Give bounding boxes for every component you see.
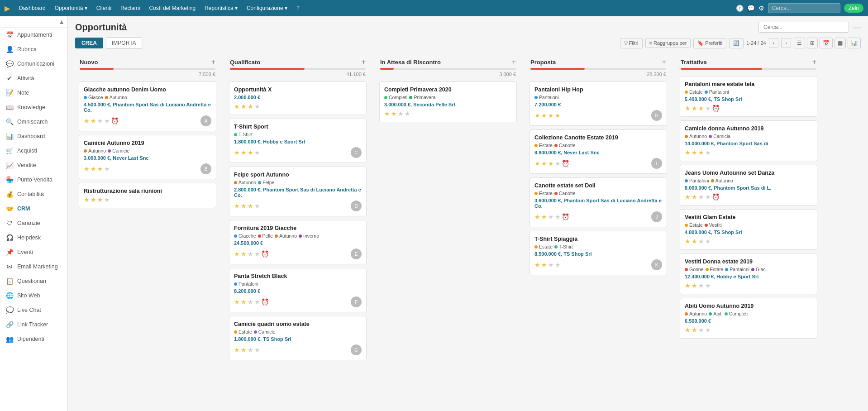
nav-dashboard[interactable]: Dashboard: [15, 3, 49, 13]
nav-reportistica[interactable]: Reportistica: [201, 3, 241, 13]
main-search-input[interactable]: [758, 22, 849, 33]
sidebar-item-dashboard[interactable]: 📊Dashboard: [0, 129, 67, 143]
kanban-card[interactable]: Vestiti Donna estate 2019 Gonne Estate P…: [680, 253, 817, 294]
nav-costi-marketing[interactable]: Costi del Marketing: [145, 3, 199, 13]
star-0: ★: [84, 165, 90, 172]
kanban-card[interactable]: Collezione Canotte Estate 2019 Estate Ca…: [529, 129, 667, 174]
card-footer: ★★★★⏰: [685, 193, 812, 201]
kanban-card[interactable]: T-Shirt Spiaggia Estate T-Shirt 8.500.00…: [529, 231, 667, 275]
sidebar-item-vendite[interactable]: 📈Vendite: [0, 158, 67, 172]
sidebar-item-appuntamenti[interactable]: 📅Appuntamenti: [0, 28, 67, 42]
sidebar-item-comunicazioni[interactable]: 💬Comunicazioni: [0, 57, 67, 71]
crea-button[interactable]: CREA: [75, 38, 103, 48]
sidebar-item-dipendenti[interactable]: 👥Dipendenti: [0, 332, 67, 346]
tag-dot: [234, 234, 237, 238]
column-add-nuovo[interactable]: +: [211, 58, 215, 66]
nav-help[interactable]: ?: [293, 3, 303, 13]
sidebar-item-link-tracker[interactable]: 🔗Link Tracker: [0, 317, 67, 332]
tag-dot: [685, 224, 688, 227]
kanban-card[interactable]: Canotte estate set Doll Estate Canotte 3…: [529, 177, 667, 227]
sidebar-item-crm[interactable]: 🤝CRM: [0, 201, 67, 216]
kanban-card[interactable]: Camicie quadri uomo estate Estate Camici…: [229, 316, 367, 360]
calendar-view-button[interactable]: 📅: [820, 38, 833, 48]
sidebar-item-contabilita[interactable]: 💰Contabilità: [0, 187, 67, 201]
nav-reclami[interactable]: Reclami: [117, 3, 143, 13]
column-add-trattativa[interactable]: +: [812, 58, 816, 66]
column-add-proposta[interactable]: +: [662, 58, 666, 66]
kanban-card[interactable]: Panta Stretch Black Pantaloni 8.200.000 …: [229, 268, 367, 312]
user-badge[interactable]: Zelo: [844, 4, 863, 13]
kanban-card[interactable]: Camicie donna Autunno 2019 Autunno Camic…: [680, 120, 817, 161]
sidebar-item-eventi[interactable]: 📌Eventi: [0, 245, 67, 259]
star-1: ★: [692, 105, 697, 112]
nav-clienti[interactable]: Clienti: [93, 3, 115, 13]
column-add-in-attesa[interactable]: +: [512, 58, 516, 66]
kanban-card[interactable]: Felpe sport Autunno Autunno Felpe 2.800.…: [229, 167, 367, 216]
sidebar-item-garanzie[interactable]: 🛡Garanzie: [0, 216, 67, 230]
sidebar-item-acquisti[interactable]: 🛒Acquisti: [0, 143, 67, 158]
sidebar-item-questionari[interactable]: 📋Questionari: [0, 274, 67, 288]
card-tags: Estate Vestiti: [685, 222, 812, 228]
prev-page-button[interactable]: ‹: [769, 38, 779, 48]
nav-opportunita[interactable]: Opportunità: [51, 3, 91, 13]
importa-button[interactable]: IMPORTA: [106, 37, 142, 49]
kanban-card[interactable]: Giacche autunno Denim Uomo Giacce Autunn…: [79, 81, 216, 131]
kanban-card[interactable]: Pantaloni mare estate tela Estate Pantal…: [680, 76, 817, 117]
star-1: ★: [391, 110, 397, 117]
kanban-card[interactable]: Ristrutturazione sala riunioni ★★★★: [79, 183, 216, 208]
minus-icon[interactable]: —: [853, 23, 861, 32]
sidebar-item-rubrica[interactable]: 👤Rubrica: [0, 42, 67, 57]
nav-configurazione[interactable]: Configurazione: [243, 3, 291, 13]
refresh-button[interactable]: 🔄: [729, 38, 744, 48]
kanban-view-button[interactable]: ⊞: [807, 38, 818, 48]
sidebar-item-helpdesk[interactable]: 🎧Helpdesk: [0, 230, 67, 245]
tag-label: Estate: [539, 191, 553, 196]
kanban-card[interactable]: Completi Primavera 2020 Completi Primave…: [379, 81, 517, 122]
collapse-icon[interactable]: ▲: [58, 18, 65, 25]
clock-icon[interactable]: 🕐: [736, 5, 744, 12]
preferiti-button[interactable]: 🔖 Preferiti: [693, 38, 726, 48]
kanban-card[interactable]: Abiti Uomo Autunno 2019 Autunno Abiti Co…: [680, 298, 817, 339]
card-tag: Vestiti: [705, 222, 722, 228]
settings-icon[interactable]: ⚙: [758, 5, 764, 12]
sidebar-label-questionari: Questionari: [17, 278, 46, 284]
sidebar-item-live-chat[interactable]: 💭Live Chat: [0, 303, 67, 317]
app-logo[interactable]: ▶: [5, 4, 10, 13]
card-footer: ★★★★ K: [534, 259, 662, 270]
global-search-input[interactable]: [768, 3, 840, 13]
list-view-button[interactable]: ☰: [794, 38, 805, 48]
filter-icon: ▽: [624, 40, 628, 46]
kanban-card[interactable]: Pantaloni Hip Hop Pantaloni 7.200.000 € …: [529, 81, 667, 126]
star-2: ★: [97, 117, 103, 124]
sidebar-item-omnisearch[interactable]: 🔍Omnisearch: [0, 115, 67, 129]
kanban-card[interactable]: Fornitura 2019 Giacche Giacche Pelle Aut…: [229, 220, 367, 264]
card-stars: ★★★★: [234, 346, 260, 354]
sidebar-item-sito-web[interactable]: 🌐Sito Web: [0, 288, 67, 303]
raggruppa-button[interactable]: ≡ Raggruppa per: [645, 38, 691, 48]
attivita-icon: ✔: [5, 75, 14, 82]
sidebar-item-note[interactable]: 📝Note: [0, 86, 67, 100]
star-0: ★: [685, 238, 691, 245]
sidebar-item-punto-vendita[interactable]: 🏪Punto Vendita: [0, 172, 67, 187]
grid-view-button[interactable]: ▦: [835, 38, 846, 48]
card-stars: ★★★★: [234, 202, 260, 210]
sidebar-label-rubrica: Rubrica: [17, 46, 37, 53]
kanban-card[interactable]: Jeans Uomo Autounno set Danza Pantaloni …: [680, 165, 817, 206]
filtri-button[interactable]: ▽ Filtri: [620, 38, 643, 48]
chart-view-button[interactable]: 📊: [848, 38, 861, 48]
column-add-qualificato[interactable]: +: [362, 58, 366, 66]
next-page-button[interactable]: ›: [781, 38, 791, 48]
kanban-card[interactable]: T-Shirt Sport T-Shirt 1.800.000 €, Hobby…: [229, 119, 367, 163]
tag-label: Autunno: [689, 311, 707, 316]
sidebar-toggle[interactable]: ▲: [0, 16, 67, 28]
sidebar-item-attivita[interactable]: ✔Attività: [0, 71, 67, 86]
kanban-card[interactable]: Camicie Autunno 2019 Autunno Camicie 3.0…: [79, 135, 216, 179]
card-tag: Gonne: [685, 267, 704, 272]
kanban-card[interactable]: Opportunità X 2.000.000 € ★★★★: [229, 81, 367, 115]
clock-badge: ⏰: [111, 117, 119, 124]
sidebar-item-knowledge[interactable]: 📖Knowledge: [0, 100, 67, 115]
chat-icon[interactable]: 💬: [747, 5, 755, 12]
sidebar-item-email-marketing[interactable]: ✉Email Marketing: [0, 259, 67, 274]
star-1: ★: [91, 117, 96, 124]
kanban-card[interactable]: Vestiti Glam Estate Estate Vestiti 4.800…: [680, 209, 817, 250]
